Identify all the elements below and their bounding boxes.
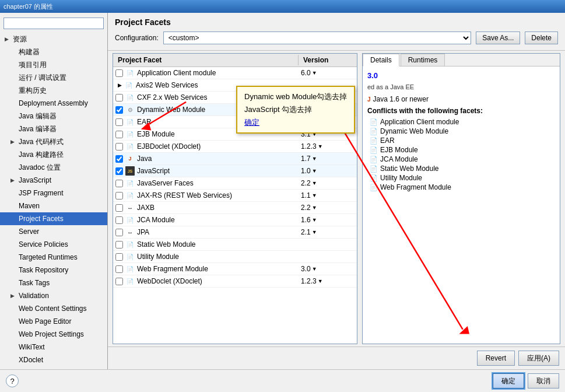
- facet-checkbox-6[interactable]: [115, 143, 123, 150]
- revert-button[interactable]: Revert: [477, 351, 515, 366]
- facet-checkbox-9[interactable]: [115, 180, 123, 187]
- cancel-button[interactable]: 取消: [528, 373, 559, 388]
- facet-version-dropdown-13[interactable]: ▼: [312, 229, 317, 235]
- help-button[interactable]: ?: [6, 374, 19, 387]
- sidebar-label-0: 资源: [13, 34, 27, 44]
- facet-version-cell-15: [299, 256, 357, 257]
- facet-icon-17: 📄: [125, 276, 135, 286]
- sidebar-item-23[interactable]: Web Project Settings: [0, 328, 107, 341]
- sidebar-item-9[interactable]: Java 构建路径: [0, 148, 107, 161]
- facet-version-value-8: 1.0: [301, 167, 311, 175]
- facet-version-dropdown-6[interactable]: ▼: [318, 144, 323, 149]
- facet-checkbox-3[interactable]: [115, 106, 123, 114]
- facet-checkbox-10[interactable]: [115, 192, 123, 200]
- facet-checkbox-0[interactable]: [115, 69, 123, 77]
- facet-row-17: 📄WebDoclet (XDoclet)1.2.3 ▼: [113, 275, 357, 288]
- facet-icon-2: 📄: [125, 93, 135, 102]
- sidebar-item-21[interactable]: Web Content Settings: [0, 302, 107, 315]
- expand-icon-0: ▶: [5, 34, 10, 44]
- facet-name-label-5: EJB Module: [137, 130, 175, 138]
- conflict-text-1: Dynamic Web Module: [380, 127, 448, 135]
- facet-version-cell-6: 1.2.3 ▼: [299, 142, 357, 151]
- sidebar-label-10: Javadoc 位置: [19, 162, 61, 173]
- facet-version-cell-13: 2.1 ▼: [299, 228, 357, 237]
- sidebar-item-8[interactable]: ▶Java 代码样式: [0, 135, 107, 148]
- tooltip-line1: Dynamic web Module勾选去掉: [244, 92, 347, 102]
- conflict-icon-4: 📄: [370, 156, 378, 163]
- facet-version-cell-17: 1.2.3 ▼: [299, 276, 357, 286]
- facet-icon-12: 📄: [125, 215, 135, 225]
- conflict-item-4: 📄JCA Module: [370, 155, 555, 164]
- sidebar-item-20[interactable]: ▶Validation: [0, 289, 107, 302]
- facet-name-label-10: JAX-RS (REST Web Services): [137, 191, 232, 200]
- apply-button[interactable]: 应用(A): [518, 351, 559, 366]
- facet-checkbox-2[interactable]: [115, 94, 123, 102]
- sidebar-item-4[interactable]: 重构历史: [0, 84, 107, 97]
- tab-details[interactable]: Details: [363, 54, 399, 66]
- sidebar-item-1[interactable]: 构建器: [0, 46, 107, 58]
- facet-version-dropdown-11[interactable]: ▼: [312, 205, 317, 211]
- facet-version-dropdown-8[interactable]: ▼: [312, 168, 317, 174]
- confirm-button[interactable]: 确定: [493, 373, 524, 388]
- facet-version-value-9: 2.2: [301, 179, 311, 187]
- sidebar-item-11[interactable]: ▶JavaScript: [0, 174, 107, 187]
- save-as-button[interactable]: Save As...: [476, 32, 520, 44]
- sidebar-item-0[interactable]: ▶资源: [0, 33, 107, 46]
- facet-version-dropdown-17[interactable]: ▼: [318, 278, 323, 284]
- sidebar-item-3[interactable]: 运行 / 调试设置: [0, 71, 107, 84]
- facet-checkbox-12[interactable]: [115, 216, 123, 224]
- facet-version-dropdown-12[interactable]: ▼: [312, 217, 317, 223]
- facet-version-dropdown-10[interactable]: ▼: [312, 192, 317, 198]
- sidebar-item-12[interactable]: JSP Fragment: [0, 187, 107, 200]
- tooltip-line3[interactable]: 确定: [244, 117, 347, 128]
- sidebar-item-15[interactable]: Server: [0, 225, 107, 238]
- sidebar-item-10[interactable]: Javadoc 位置: [0, 161, 107, 174]
- facet-version-value-17: 1.2.3: [301, 277, 317, 285]
- sidebar-item-17[interactable]: Targeted Runtimes: [0, 251, 107, 264]
- sidebar-label-23: Web Project Settings: [19, 329, 84, 340]
- sidebar-item-5[interactable]: Deployment Assembly: [0, 97, 107, 110]
- sidebar-item-7[interactable]: Java 编译器: [0, 123, 107, 135]
- facet-checkbox-4[interactable]: [115, 118, 123, 126]
- delete-button[interactable]: Delete: [525, 32, 558, 44]
- facet-version-dropdown-7[interactable]: ▼: [312, 156, 317, 162]
- facet-icon-4: 📄: [125, 117, 135, 127]
- facet-checkbox-8[interactable]: [115, 167, 123, 175]
- sidebar-item-2[interactable]: 项目引用: [0, 58, 107, 71]
- facet-checkbox-16[interactable]: [115, 265, 123, 273]
- facet-checkbox-14[interactable]: [115, 241, 123, 249]
- facet-checkbox-7[interactable]: [115, 155, 123, 163]
- facet-checkbox-15[interactable]: [115, 253, 123, 261]
- config-select[interactable]: <custom>: [163, 32, 472, 44]
- facet-checkbox-17[interactable]: [115, 278, 123, 285]
- facet-checkbox-5[interactable]: [115, 131, 123, 138]
- facet-name-cell-14: 📄Static Web Module: [113, 239, 299, 250]
- facet-version-value-13: 2.1: [301, 228, 311, 236]
- facet-icon-13: ↔: [125, 228, 135, 237]
- sidebar-item-22[interactable]: Web Page Editor: [0, 315, 107, 328]
- sidebar-item-25[interactable]: XDoclet: [0, 354, 107, 366]
- sidebar-label-16: Service Policies: [19, 239, 68, 250]
- expand-facet-1[interactable]: ▶: [118, 82, 122, 88]
- facet-version-dropdown-0[interactable]: ▼: [312, 70, 317, 76]
- facet-name-label-9: JavaServer Faces: [137, 179, 194, 187]
- tab-runtimes[interactable]: Runtimes: [401, 54, 445, 66]
- facet-row-9: 📄JavaServer Faces2.2 ▼: [113, 177, 357, 190]
- facet-name-cell-6: 📄EJBDoclet (XDoclet): [113, 141, 299, 152]
- sidebar-item-18[interactable]: Task Repository: [0, 264, 107, 276]
- details-description: ed as a Java EE: [367, 83, 555, 90]
- facet-version-dropdown-9[interactable]: ▼: [312, 180, 317, 186]
- facet-name-label-6: EJBDoclet (XDoclet): [137, 142, 201, 150]
- sidebar-item-24[interactable]: WikiText: [0, 341, 107, 354]
- sidebar: ▶资源构建器项目引用运行 / 调试设置重构历史Deployment Assemb…: [0, 13, 108, 369]
- facet-version-dropdown-16[interactable]: ▼: [312, 266, 317, 272]
- facet-checkbox-13[interactable]: [115, 229, 123, 236]
- sidebar-item-16[interactable]: Service Policies: [0, 238, 107, 251]
- sidebar-search-input[interactable]: [3, 18, 104, 29]
- facet-name-label-7: Java: [137, 155, 152, 163]
- sidebar-item-6[interactable]: Java 编辑器: [0, 110, 107, 123]
- facet-checkbox-11[interactable]: [115, 204, 123, 212]
- sidebar-item-14[interactable]: Project Facets: [0, 212, 107, 225]
- sidebar-item-19[interactable]: Task Tags: [0, 276, 107, 289]
- sidebar-item-13[interactable]: Maven: [0, 200, 107, 212]
